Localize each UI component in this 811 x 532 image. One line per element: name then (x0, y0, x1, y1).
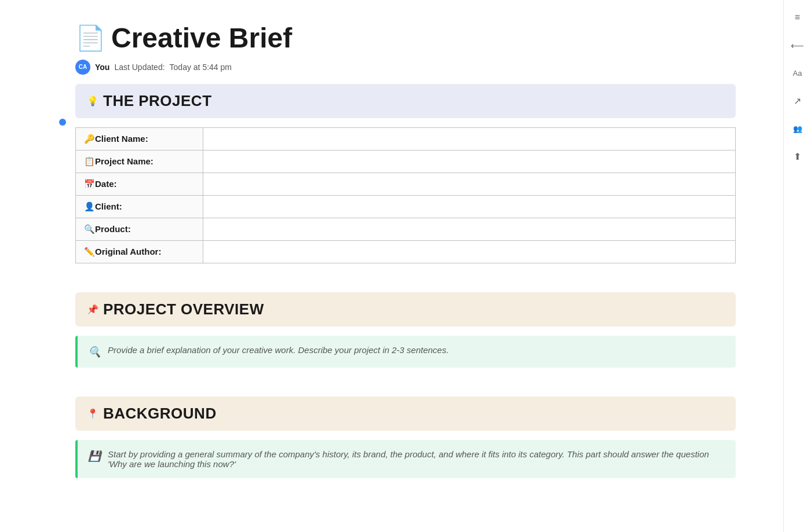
project-overview-title: PROJECT OVERVIEW (103, 300, 264, 318)
right-toolbar: ≡ ⟵ Aa ↗ 👥 ⬆ (783, 0, 811, 532)
table-row: 🔍Product: (76, 218, 736, 240)
table-row: ✏️Original Author: (76, 240, 736, 263)
font-icon[interactable]: Aa (790, 65, 806, 81)
table-cell-value[interactable] (203, 127, 736, 150)
table-row: 👤Client: (76, 195, 736, 218)
main-content: 📄 Creative Brief CA You Last Updated: To… (29, 0, 782, 532)
the-project-icon: 💡 (87, 96, 98, 107)
meta-author: You (95, 63, 109, 72)
table-cell-value[interactable] (203, 240, 736, 263)
bullet-dot (59, 119, 66, 126)
page-title: 📄 Creative Brief (75, 23, 736, 54)
background-title: BACKGROUND (103, 405, 217, 423)
avatar: CA (75, 60, 90, 75)
project-overview-header: 📌 PROJECT OVERVIEW (75, 292, 736, 326)
table-cell-value[interactable] (203, 218, 736, 240)
page-title-icon: 📄 (75, 25, 105, 52)
background-callout-icon: 💾 (88, 450, 101, 463)
table-cell-value[interactable] (203, 195, 736, 218)
page-title-text: Creative Brief (111, 23, 292, 54)
background-callout: 💾 Start by providing a general summary o… (75, 440, 736, 478)
upload-icon[interactable]: ⬆ (790, 148, 806, 164)
the-project-section: 💡 THE PROJECT 🔑Client Name:📋Project Name… (75, 84, 736, 263)
project-overview-callout-text: Provide a brief explanation of your crea… (108, 345, 449, 355)
project-overview-icon: 📌 (87, 304, 98, 315)
table-row: 📅Date: (76, 173, 736, 195)
page-meta: CA You Last Updated: Today at 5:44 pm (75, 60, 736, 75)
background-section: 📍 BACKGROUND 💾 Start by providing a gene… (75, 397, 736, 478)
table-row: 🔑Client Name: (76, 127, 736, 150)
share-icon[interactable]: ↗ (790, 93, 806, 109)
project-overview-section: 📌 PROJECT OVERVIEW 🔍 Provide a brief exp… (75, 292, 736, 368)
table-cell-label: 👤Client: (76, 195, 203, 218)
table-cell-label: 📅Date: (76, 173, 203, 195)
project-table: 🔑Client Name:📋Project Name:📅Date:👤Client… (75, 127, 736, 263)
project-overview-callout-icon: 🔍 (88, 346, 101, 358)
table-row: 📋Project Name: (76, 150, 736, 173)
users-icon[interactable]: 👥 (790, 120, 806, 137)
list-icon[interactable]: ≡ (790, 9, 806, 25)
meta-last-updated-label: Last Updated: (114, 63, 165, 72)
the-project-title: THE PROJECT (103, 92, 212, 110)
table-cell-label: ✏️Original Author: (76, 240, 203, 263)
collapse-icon[interactable]: ⟵ (790, 37, 806, 53)
background-icon: 📍 (87, 408, 98, 419)
table-cell-label: 🔑Client Name: (76, 127, 203, 150)
table-cell-value[interactable] (203, 173, 736, 195)
project-overview-callout: 🔍 Provide a brief explanation of your cr… (75, 336, 736, 368)
the-project-header: 💡 THE PROJECT (75, 84, 736, 118)
meta-last-updated-value: Today at 5:44 pm (170, 63, 232, 72)
table-cell-value[interactable] (203, 150, 736, 173)
table-cell-label: 🔍Product: (76, 218, 203, 240)
table-cell-label: 📋Project Name: (76, 150, 203, 173)
page-title-area: 📄 Creative Brief CA You Last Updated: To… (75, 23, 736, 75)
background-header: 📍 BACKGROUND (75, 397, 736, 431)
background-callout-text: Start by providing a general summary of … (108, 449, 725, 469)
